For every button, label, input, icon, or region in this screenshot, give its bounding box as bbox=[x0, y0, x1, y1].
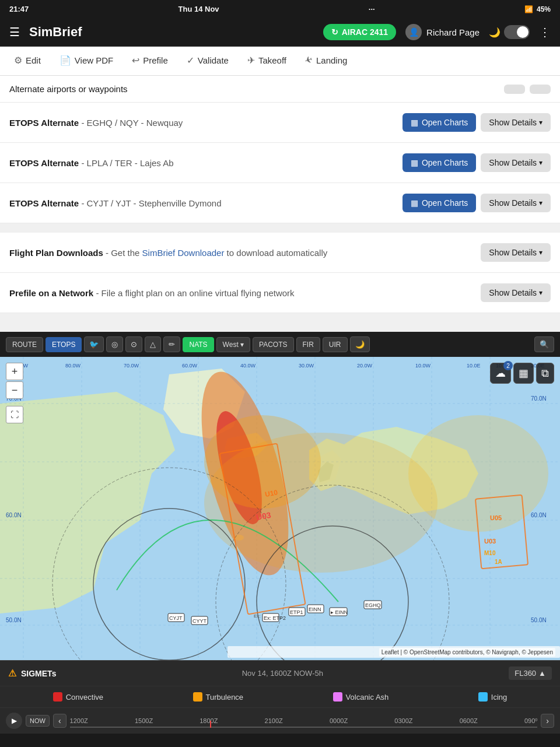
map-search-button[interactable]: 🔍 bbox=[534, 336, 554, 352]
turbulence-label: Turbulence bbox=[206, 693, 244, 702]
map-btn-nats[interactable]: NATS bbox=[183, 337, 214, 352]
row-actions-3: ▦ Open Charts Show Details ▾ bbox=[402, 194, 551, 212]
dark-mode-toggle[interactable]: 🌙 bbox=[489, 25, 530, 39]
show-details-label-4: Show Details bbox=[489, 248, 537, 257]
cloud-weather-button[interactable]: ☁ 2 bbox=[490, 363, 511, 384]
tab-view-pdf[interactable]: 📄 View PDF bbox=[50, 47, 123, 75]
flight-plan-sub: - Get the bbox=[106, 248, 142, 258]
tab-takeoff[interactable]: ✈ Takeoff bbox=[238, 47, 296, 75]
sigmet-label: SIGMETs bbox=[21, 669, 56, 678]
icing-label: Icing bbox=[491, 693, 507, 702]
timeline-play-button[interactable]: ▶ bbox=[6, 713, 22, 729]
partial-buttons bbox=[504, 85, 551, 94]
map-btn-circle[interactable]: ◎ bbox=[106, 336, 123, 352]
brand-name: SimBrief bbox=[29, 24, 314, 40]
icing-dot bbox=[478, 692, 488, 702]
show-details-button-4[interactable]: Show Details ▾ bbox=[481, 243, 551, 262]
row-actions-2: ▦ Open Charts Show Details ▾ bbox=[402, 153, 551, 172]
prefile-label: Prefile on a Network - File a flight pla… bbox=[9, 288, 474, 298]
etops-label-1: ETOPS Alternate - EGHQ / NQY - Newquay bbox=[9, 118, 396, 128]
map-btn-triangle[interactable]: △ bbox=[145, 336, 161, 352]
show-details-button-2[interactable]: Show Details ▾ bbox=[481, 153, 551, 172]
show-details-button-5[interactable]: Show Details ▾ bbox=[481, 283, 551, 302]
sigmet-level-button[interactable]: FL360 ▲ bbox=[509, 667, 552, 680]
spacer-2 bbox=[0, 313, 560, 322]
toggle-track[interactable] bbox=[504, 25, 530, 39]
zoom-in-button[interactable]: + bbox=[6, 363, 23, 380]
svg-text:60.0W: 60.0W bbox=[182, 363, 198, 369]
airac-badge[interactable]: ↻ AIRAC 2411 bbox=[323, 24, 396, 40]
map-btn-route[interactable]: ROUTE bbox=[6, 337, 43, 352]
open-charts-button-3[interactable]: ▦ Open Charts bbox=[402, 194, 476, 212]
status-dots: ··· bbox=[369, 5, 375, 13]
tab-landing[interactable]: ✈ Landing bbox=[296, 47, 356, 75]
top-nav: ☰ SimBrief ↻ AIRAC 2411 👤 Richard Page 🌙… bbox=[0, 18, 560, 47]
timeline-now-button[interactable]: NOW bbox=[26, 715, 50, 727]
fullscreen-button[interactable]: ⛶ bbox=[6, 406, 23, 423]
prefile-title: Prefile on a Network bbox=[9, 288, 93, 298]
partial-row: Alternate airports or waypoints bbox=[0, 76, 560, 103]
user-info: 👤 Richard Page bbox=[405, 24, 480, 40]
edit-label: Edit bbox=[26, 55, 41, 65]
map-btn-etops[interactable]: ETOPS bbox=[46, 337, 82, 352]
sigmet-bar: ⚠ SIGMETs Nov 14, 1600Z NOW-5h FL360 ▲ bbox=[0, 660, 560, 686]
layers-button[interactable]: ⧉ bbox=[536, 363, 554, 384]
map-btn-pacots[interactable]: PACOTS bbox=[253, 337, 293, 352]
map-btn-target[interactable]: ⊙ bbox=[125, 336, 142, 352]
svg-text:60.0N: 60.0N bbox=[6, 512, 22, 518]
flight-plan-downloads-row: Flight Plan Downloads - Get the SimBrief… bbox=[0, 233, 560, 273]
view-pdf-label: View PDF bbox=[75, 55, 113, 65]
open-charts-button-2[interactable]: ▦ Open Charts bbox=[402, 153, 476, 172]
partial-btn-1[interactable] bbox=[504, 85, 525, 94]
show-details-label-5: Show Details bbox=[489, 288, 537, 297]
pdf-icon: 📄 bbox=[60, 55, 71, 66]
etops-alternate-row-3: ETOPS Alternate - CYJT / YJT - Stephenvi… bbox=[0, 183, 560, 223]
moon-icon: 🌙 bbox=[489, 27, 501, 38]
show-details-button-3[interactable]: Show Details ▾ bbox=[481, 194, 551, 212]
timeline-track[interactable]: 1200Z 1500Z 1800Z 2100Z 0000Z 0300Z 0600… bbox=[70, 714, 538, 728]
map-btn-moon[interactable]: 🌙 bbox=[350, 336, 370, 352]
charts-icon-2: ▦ bbox=[411, 158, 418, 167]
timeline-next-button[interactable]: › bbox=[541, 714, 554, 728]
prefile-sub: - File a flight plan on an online virtua… bbox=[96, 288, 294, 298]
svg-text:80.0W: 80.0W bbox=[65, 363, 81, 369]
tab-validate[interactable]: ✓ Validate bbox=[177, 47, 238, 75]
map-btn-uir[interactable]: UIR bbox=[323, 337, 348, 352]
menu-icon[interactable]: ☰ bbox=[9, 25, 20, 39]
chevron-icon-3: ▾ bbox=[539, 199, 542, 207]
svg-text:ETP1: ETP1 bbox=[290, 609, 303, 615]
status-bar: 21:47 Thu 14 Nov ··· 📶 45% bbox=[0, 0, 560, 18]
partial-btn-2[interactable] bbox=[530, 85, 551, 94]
svg-text:60.0N: 60.0N bbox=[531, 512, 547, 518]
convective-label: Convective bbox=[66, 693, 103, 702]
map-btn-pen[interactable]: ✏ bbox=[163, 336, 180, 352]
map-attribution: Leaflet | © OpenStreetMap contributors, … bbox=[379, 648, 555, 657]
weather-badge: 2 bbox=[503, 361, 513, 370]
show-details-button-1[interactable]: Show Details ▾ bbox=[481, 113, 551, 132]
map-btn-west[interactable]: West ▾ bbox=[216, 337, 250, 352]
toggle-thumb bbox=[517, 26, 528, 38]
zoom-out-button[interactable]: − bbox=[6, 381, 23, 399]
airac-refresh-icon: ↻ bbox=[331, 27, 338, 37]
charts-icon-1: ▦ bbox=[411, 118, 418, 127]
timeline-prev-button[interactable]: ‹ bbox=[53, 714, 66, 728]
validate-label: Validate bbox=[198, 55, 229, 65]
chevron-icon-5: ▾ bbox=[539, 289, 542, 297]
takeoff-icon: ✈ bbox=[247, 55, 255, 66]
map-btn-bird[interactable]: 🐦 bbox=[84, 336, 104, 352]
bars-weather-button[interactable]: ▦ bbox=[513, 363, 534, 384]
tab-prefile[interactable]: ↩ Prefile bbox=[123, 47, 177, 75]
more-menu-icon[interactable]: ⋮ bbox=[539, 25, 551, 39]
tab-edit[interactable]: ⚙ Edit bbox=[5, 47, 50, 75]
map-btn-fir[interactable]: FIR bbox=[296, 337, 320, 352]
time-0300z: 0300Z bbox=[394, 717, 412, 725]
charts-label-1: Open Charts bbox=[422, 118, 468, 127]
simbrief-downloader-link[interactable]: SimBrief Downloader bbox=[142, 248, 225, 258]
svg-text:CYYT: CYYT bbox=[192, 618, 207, 624]
legend-turbulence: Turbulence bbox=[193, 692, 244, 702]
sigmet-title: ⚠ SIGMETs bbox=[8, 668, 56, 679]
map-visual[interactable]: 70.0N 70.0N 60.0N 60.0N 50.0N 50.0N 90.0… bbox=[0, 357, 560, 660]
svg-text:40.0W: 40.0W bbox=[240, 363, 256, 369]
open-charts-button-1[interactable]: ▦ Open Charts bbox=[402, 113, 476, 132]
map-svg: 70.0N 70.0N 60.0N 60.0N 50.0N 50.0N 90.0… bbox=[0, 357, 560, 660]
